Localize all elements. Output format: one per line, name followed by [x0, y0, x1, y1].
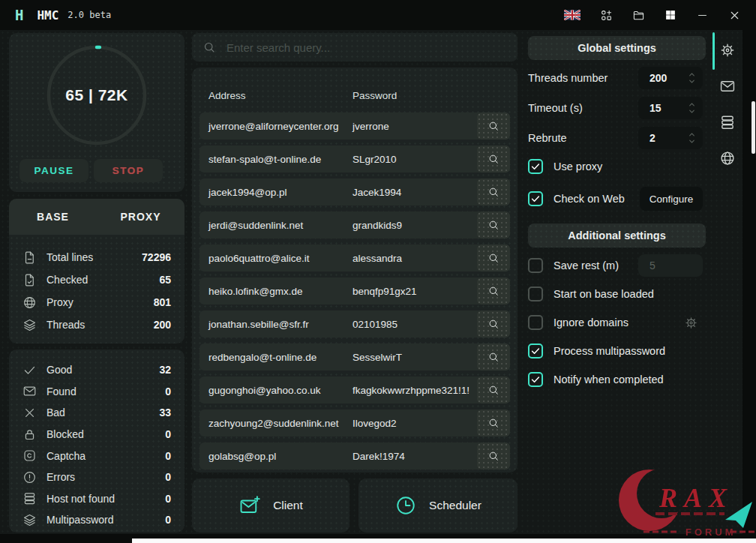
client-button[interactable]: Client — [192, 478, 350, 532]
row-address: jonathan.sebille@sfr.fr — [208, 319, 309, 330]
row-search-button[interactable] — [477, 212, 510, 238]
row-search-button[interactable] — [477, 376, 510, 404]
checkbox[interactable] — [528, 258, 543, 273]
stat-row: Found 0 — [22, 381, 171, 403]
minimize-icon[interactable] — [696, 9, 709, 22]
table-row: jverrone@aliforneycenter.org jverrone — [200, 112, 510, 140]
checkbox-label: Use proxy — [554, 160, 602, 172]
row-search-button[interactable] — [477, 442, 510, 470]
rail-item[interactable] — [719, 78, 736, 94]
app-window: H HMC 2.0 beta 65 | 72K PAUSE STOP — [0, 0, 756, 543]
stat-label: Host not found — [46, 493, 115, 505]
row-address: gugonghoi@yahoo.co.uk — [208, 385, 321, 396]
search-input[interactable] — [225, 40, 507, 55]
settings-checkboxes: Use proxy Check on Web Configure — [528, 154, 706, 212]
row-search-button[interactable] — [477, 146, 510, 172]
gear-icon[interactable] — [684, 316, 698, 330]
table-row: golabsg@op.pl Darek!1974 — [200, 442, 510, 470]
row-search-button[interactable] — [477, 244, 510, 272]
uk-flag-icon[interactable] — [564, 10, 580, 20]
table-row: jerdi@suddenlink.net grandkids9 — [200, 212, 510, 238]
widgets-add-icon[interactable] — [600, 9, 613, 22]
folder-icon[interactable] — [632, 9, 645, 22]
stat-label: Checked — [46, 274, 88, 286]
titlebar: H HMC 2.0 beta — [0, 0, 756, 30]
stat-value: 72296 — [142, 251, 171, 263]
row-password: jverrone — [352, 121, 389, 132]
spinner-value: 200 — [650, 72, 667, 84]
tab[interactable]: PROXY — [97, 199, 184, 235]
stat-value: 32 — [159, 364, 171, 376]
stat-label: Errors — [46, 471, 75, 483]
checkbox-row: Notify when completed — [528, 368, 706, 391]
stat-row: Host not found 0 — [22, 488, 171, 510]
row-password: Jacek1994 — [352, 187, 401, 198]
checkbox[interactable] — [528, 372, 543, 387]
app-version: 2.0 beta — [68, 10, 111, 20]
stat-value: 0 — [165, 386, 171, 398]
stat-row: Bad 33 — [22, 402, 171, 424]
tab[interactable]: BASE — [9, 199, 97, 235]
row-search-button[interactable] — [477, 178, 510, 206]
scheduler-button[interactable]: Scheduler — [358, 478, 518, 532]
checkbox-row: Save rest (m) 5 — [528, 254, 706, 277]
row-address: heiko.lofink@gmx.de — [208, 286, 303, 297]
checkbox[interactable] — [528, 159, 543, 174]
rail-item[interactable] — [719, 42, 736, 58]
progress-panel: 65 | 72K PAUSE STOP — [9, 33, 184, 192]
number-spinner[interactable]: 15 — [638, 97, 703, 119]
side-rail — [712, 30, 742, 534]
chevron-up-down-icon[interactable] — [687, 99, 697, 117]
close-icon[interactable] — [728, 9, 741, 22]
setting-label: Timeout (s) — [528, 102, 583, 114]
setting-label: Threads number — [528, 72, 608, 84]
configure-button[interactable]: Configure — [640, 187, 703, 211]
row-search-button[interactable] — [477, 344, 510, 370]
disabled-value: 5 — [638, 254, 703, 277]
stat-label: Bad — [46, 406, 65, 418]
number-spinner[interactable]: 2 — [638, 127, 703, 149]
row-password: Darek!1974 — [352, 451, 405, 462]
chevron-up-down-icon[interactable] — [687, 129, 697, 147]
checkbox[interactable] — [528, 286, 543, 302]
checkbox-row: Process multipassword — [528, 340, 706, 362]
stat-label: Found — [46, 386, 76, 398]
stat-row: Total lines 72296 — [22, 246, 171, 268]
row-address: jerdi@suddenlink.net — [208, 220, 303, 231]
rail-item[interactable] — [719, 114, 736, 130]
checkbox[interactable] — [528, 315, 543, 330]
progress-counter: 65 | 72K — [45, 44, 148, 147]
row-search-button[interactable] — [477, 310, 510, 338]
table-row: heiko.lofink@gmx.de benqfp91gx21 — [200, 278, 510, 304]
stop-button[interactable]: STOP — [94, 159, 163, 182]
column-address: Address — [208, 90, 246, 101]
table-rows: jverrone@aliforneycenter.org jverrone st… — [200, 112, 510, 470]
search-icon — [488, 384, 500, 396]
row-search-button[interactable] — [477, 112, 510, 140]
checkbox-row: Ignore domains — [528, 311, 706, 334]
chevron-up-down-icon[interactable] — [687, 69, 697, 87]
checkbox-label: Process multipassword — [554, 345, 665, 357]
stat-value: 0 — [165, 514, 171, 526]
stat-value: 0 — [165, 428, 171, 440]
row-password: alessandra — [352, 253, 402, 264]
rail-item[interactable] — [719, 150, 736, 166]
checkbox[interactable] — [528, 191, 543, 206]
number-spinner[interactable]: 200 — [638, 67, 703, 89]
windows-icon[interactable] — [664, 9, 676, 21]
scrollbar-thumb[interactable] — [752, 101, 755, 154]
search-icon — [202, 40, 216, 54]
row-search-button[interactable] — [477, 278, 510, 304]
checkbox[interactable] — [528, 344, 543, 358]
stat-value: 33 — [159, 406, 171, 418]
search-icon — [488, 153, 500, 165]
desktop-edge — [132, 538, 756, 543]
table-row: redbengalo@t-online.de SesselwirT — [200, 344, 510, 370]
tab-label: PROXY — [120, 211, 160, 223]
client-label: Client — [273, 499, 303, 512]
checkbox-label: Notify when completed — [554, 374, 664, 386]
stat-value: 200 — [154, 319, 171, 331]
row-search-button[interactable] — [477, 410, 510, 436]
pause-button[interactable]: PAUSE — [20, 159, 88, 182]
results-table: Address Password jverrone@aliforneycente… — [192, 68, 518, 472]
